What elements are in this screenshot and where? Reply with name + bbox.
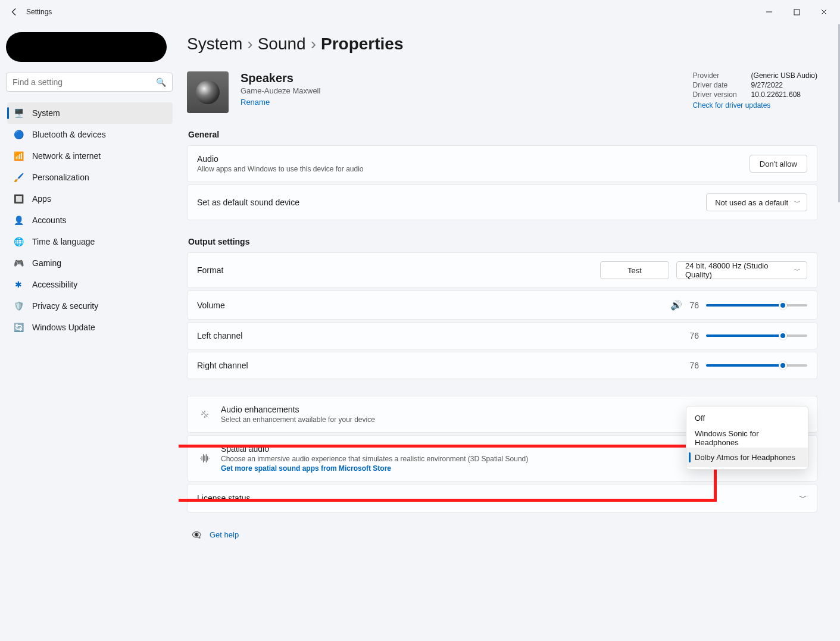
spatial-icon [197,454,213,463]
device-name: Speakers [241,71,320,85]
wifi-icon: 📶 [13,151,24,161]
sidebar-item-update[interactable]: 🔄Windows Update [7,317,173,338]
device-icon [187,71,229,113]
breadcrumb-system[interactable]: System [187,35,242,54]
right-title: Right channel [197,361,248,370]
sidebar-item-label: Personalization [32,173,89,182]
sidebar-item-network[interactable]: 📶Network & internet [7,145,173,167]
driver-provider-value: (Generic USB Audio) [751,71,817,80]
sidebar-item-label: Time & language [32,237,95,246]
close-button[interactable] [810,0,838,24]
brush-icon: 🖌️ [13,172,24,183]
default-dropdown-value: Not used as a default [715,198,788,207]
window-title: Settings [26,8,52,16]
volume-slider[interactable] [706,304,807,307]
sidebar-item-gaming[interactable]: 🎮Gaming [7,252,173,274]
driver-version-label: Driver version [693,90,739,99]
svg-rect-0 [794,10,800,15]
spatial-option-off[interactable]: Off [686,408,808,428]
search-input[interactable]: 🔍 [6,73,173,92]
spatial-option-dolby[interactable]: Dolby Atmos for Headphones [686,448,808,467]
format-title: Format [197,265,223,275]
chevron-down-icon: ﹀ [799,493,807,504]
bluetooth-icon: 🔵 [13,129,24,140]
accessibility-icon: ✱ [13,279,24,290]
get-help-label: Get help [210,530,239,539]
maximize-button[interactable] [783,0,810,24]
sidebar-item-label: Apps [32,194,51,204]
driver-provider-label: Provider [693,71,739,80]
chevron-right-icon: › [311,35,316,54]
apps-icon: 🔲 [13,193,24,204]
sidebar-item-label: Accounts [32,215,67,225]
back-button[interactable] [2,0,26,24]
license-card[interactable]: License status ﹀ [187,484,817,512]
gaming-icon: 🎮 [13,258,24,268]
chevron-right-icon: › [247,35,252,54]
left-channel-card: Left channel 76 [187,322,817,349]
system-icon: 🖥️ [13,108,24,118]
format-dropdown[interactable]: 24 bit, 48000 Hz (Studio Quality) ﹀ [676,261,807,279]
sidebar-item-label: Accessibility [32,280,77,289]
section-output: Output settings [188,237,817,246]
left-slider[interactable] [706,334,807,337]
spatial-dropdown-popup: Off Windows Sonic for Headphones Dolby A… [686,406,808,470]
audio-title: Audio [197,154,364,164]
sidebar-item-label: Network & internet [32,151,101,161]
left-title: Left channel [197,331,242,340]
audio-allow-card: Audio Allow apps and Windows to use this… [187,145,817,182]
driver-info: Provider(Generic USB Audio) Driver date9… [693,71,817,110]
right-slider[interactable] [706,364,807,367]
enhance-icon [197,409,213,420]
get-help-link[interactable]: 👁‍🗨 Get help [192,530,817,539]
sidebar-item-label: System [32,108,60,118]
volume-card: Volume 🔊 76 [187,290,817,320]
sidebar-item-bluetooth[interactable]: 🔵Bluetooth & devices [7,124,173,145]
volume-value: 76 [689,301,699,310]
sidebar-item-label: Windows Update [32,323,95,332]
sidebar-item-system[interactable]: 🖥️System [7,102,173,124]
spatial-audio-card: Spatial audio Choose an immersive audio … [187,435,817,481]
default-dropdown[interactable]: Not used as a default ﹀ [706,193,807,211]
audio-sub: Allow apps and Windows to use this devic… [197,165,364,173]
spatial-store-link[interactable]: Get more spatial sound apps from Microso… [221,464,528,473]
driver-date-label: Driver date [693,81,739,89]
spatial-sub: Choose an immersive audio experience tha… [221,455,528,463]
sidebar-item-accounts[interactable]: 👤Accounts [7,210,173,231]
sidebar-item-personalization[interactable]: 🖌️Personalization [7,167,173,188]
default-device-card: Set as default sound device Not used as … [187,185,817,220]
sidebar-item-time[interactable]: 🌐Time & language [7,231,173,252]
search-icon: 🔍 [156,77,166,87]
left-value: 76 [689,331,699,340]
driver-date-value: 9/27/2022 [751,81,783,89]
shield-icon: 🛡️ [13,301,24,311]
enh-sub: Select an enhancement available for your… [221,415,375,424]
dont-allow-button[interactable]: Don't allow [750,155,807,173]
license-title: License status [197,493,251,503]
volume-title: Volume [197,301,225,310]
driver-version-value: 10.0.22621.608 [751,90,801,99]
rename-link[interactable]: Rename [241,98,320,107]
minimize-button[interactable] [755,0,783,24]
user-avatar-pill [6,32,167,62]
volume-icon: 🔊 [670,299,682,311]
format-card: Format Test 24 bit, 48000 Hz (Studio Qua… [187,252,817,288]
breadcrumb: System › Sound › Properties [187,35,817,54]
sidebar-item-privacy[interactable]: 🛡️Privacy & security [7,295,173,317]
default-title: Set as default sound device [197,198,299,207]
device-subname: Game-Audeze Maxwell [241,86,320,95]
accounts-icon: 👤 [13,215,24,226]
test-button[interactable]: Test [600,261,669,279]
search-field[interactable] [13,77,156,87]
spatial-title: Spatial audio [221,444,528,454]
sidebar-item-label: Bluetooth & devices [32,130,106,139]
chevron-down-icon: ﹀ [794,198,801,207]
spatial-option-sonic[interactable]: Windows Sonic for Headphones [686,428,808,448]
sidebar-item-apps[interactable]: 🔲Apps [7,188,173,210]
right-value: 76 [689,361,699,370]
page-title: Properties [321,35,404,54]
check-driver-link[interactable]: Check for driver updates [693,101,817,110]
update-icon: 🔄 [13,322,24,333]
breadcrumb-sound[interactable]: Sound [258,35,306,54]
sidebar-item-accessibility[interactable]: ✱Accessibility [7,274,173,295]
